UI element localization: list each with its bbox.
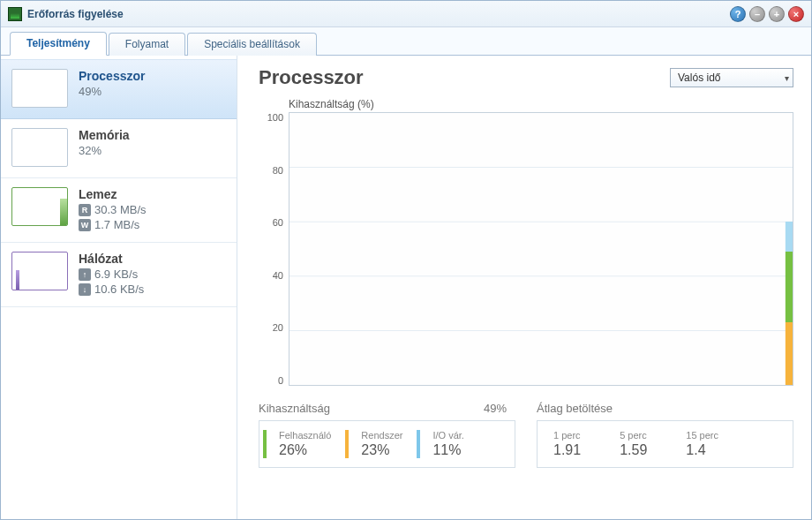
sidebar-item-value: 49% (79, 85, 145, 98)
sidebar-item-cpu[interactable]: Processzor 49% (1, 59, 237, 119)
tab-bar: Teljesítmény Folyamat Speciális beállítá… (1, 27, 811, 56)
minimize-button[interactable]: – (749, 6, 765, 22)
sidebar-item-value: 32% (79, 144, 130, 157)
timerange-dropdown[interactable]: Valós idő ▾ (670, 68, 793, 87)
write-badge-icon: W (79, 219, 91, 231)
load-15m-cell: 15 perc 1.4 (666, 430, 738, 458)
ytick: 60 (273, 217, 283, 228)
ytick: 100 (267, 112, 283, 123)
disk-read-value: R 30.3 MB/s (79, 203, 147, 216)
sidebar-item-label: Lemez (79, 187, 147, 201)
download-badge-icon: ↓ (79, 283, 91, 296)
ytick: 20 (273, 322, 283, 333)
utilization-box: Felhasználó 26% Rendszer 23% I/O vár. 11… (259, 420, 515, 468)
sidebar-item-network[interactable]: Hálózat ↑ 6.9 KB/s ↓ 10.6 KB/s (1, 243, 237, 307)
sidebar-item-label: Processzor (79, 69, 145, 83)
chart-svg (289, 113, 793, 385)
window-controls: ? – + × (730, 6, 804, 22)
memory-thumb-icon (11, 128, 68, 167)
sidebar-item-disk[interactable]: Lemez R 30.3 MB/s W 1.7 MB/s (1, 178, 237, 243)
content: Processzor Valós idő ▾ Kihasználtság (%)… (237, 56, 811, 519)
utilization-group: Kihasználtság 49% Felhasználó 26% Rendsz… (259, 402, 515, 468)
load-5m-cell: 5 perc 1.59 (600, 430, 666, 458)
stats-row: Kihasználtság 49% Felhasználó 26% Rendsz… (259, 402, 793, 468)
chart-title: Kihasználtság (%) (259, 98, 793, 110)
chart-grid (289, 168, 793, 331)
chart-wrap: Kihasználtság (%) 100 80 60 40 20 0 (259, 98, 793, 386)
loadavg-group: Átlag betöltése 1 perc 1.91 5 perc 1.59 … (537, 402, 793, 468)
tab-advanced[interactable]: Speciális beállítások (187, 33, 317, 56)
ytick: 80 (273, 165, 283, 176)
chart-bar-system (786, 322, 793, 385)
window-title: Erőforrás figyelése (27, 8, 124, 20)
loadavg-box: 1 perc 1.91 5 perc 1.59 15 perc 1.4 (537, 420, 793, 468)
app-icon (8, 7, 22, 21)
chevron-down-icon: ▾ (785, 73, 789, 83)
help-button[interactable]: ? (730, 6, 746, 22)
dropdown-value: Valós idő (678, 72, 720, 84)
tab-performance[interactable]: Teljesítmény (10, 32, 107, 56)
read-badge-icon: R (79, 204, 91, 216)
content-header: Processzor Valós idő ▾ (259, 66, 793, 89)
loadavg-heading: Átlag betöltése (537, 402, 793, 415)
util-user-cell: Felhasználó 26% (263, 430, 345, 458)
cpu-thumb-icon (11, 69, 68, 108)
chart-area: 100 80 60 40 20 0 (259, 112, 793, 386)
sidebar-item-label: Hálózat (79, 252, 144, 266)
util-system-cell: Rendszer 23% (345, 430, 417, 458)
sidebar-item-memory[interactable]: Memória 32% (1, 119, 237, 178)
chart-bar-user (786, 252, 793, 322)
upload-badge-icon: ↑ (79, 268, 91, 281)
utilization-heading: Kihasználtság 49% (259, 402, 515, 415)
load-1m-cell: 1 perc 1.91 (541, 430, 600, 458)
sidebar: Processzor 49% Memória 32% Lemez R 30.3 … (1, 56, 237, 519)
util-io-cell: I/O vár. 11% (417, 430, 477, 458)
app-window: Erőforrás figyelése ? – + × Teljesítmény… (0, 0, 812, 520)
disk-thumb-icon (11, 187, 68, 226)
close-button[interactable]: × (788, 6, 804, 22)
y-axis: 100 80 60 40 20 0 (259, 112, 289, 386)
tab-process[interactable]: Folyamat (109, 33, 185, 56)
chart-bar-io (786, 222, 793, 252)
utilization-total: 49% (484, 402, 507, 415)
maximize-button[interactable]: + (769, 6, 785, 22)
net-down-value: ↓ 10.6 KB/s (79, 283, 144, 296)
sidebar-item-label: Memória (79, 128, 130, 142)
body: Processzor 49% Memória 32% Lemez R 30.3 … (1, 56, 811, 519)
titlebar: Erőforrás figyelése ? – + × (1, 1, 811, 27)
page-title: Processzor (259, 66, 364, 89)
net-up-value: ↑ 6.9 KB/s (79, 268, 144, 281)
disk-write-value: W 1.7 MB/s (79, 218, 147, 231)
network-thumb-icon (11, 252, 68, 290)
ytick: 0 (278, 375, 283, 386)
cpu-chart (289, 112, 793, 386)
ytick: 40 (273, 270, 283, 281)
